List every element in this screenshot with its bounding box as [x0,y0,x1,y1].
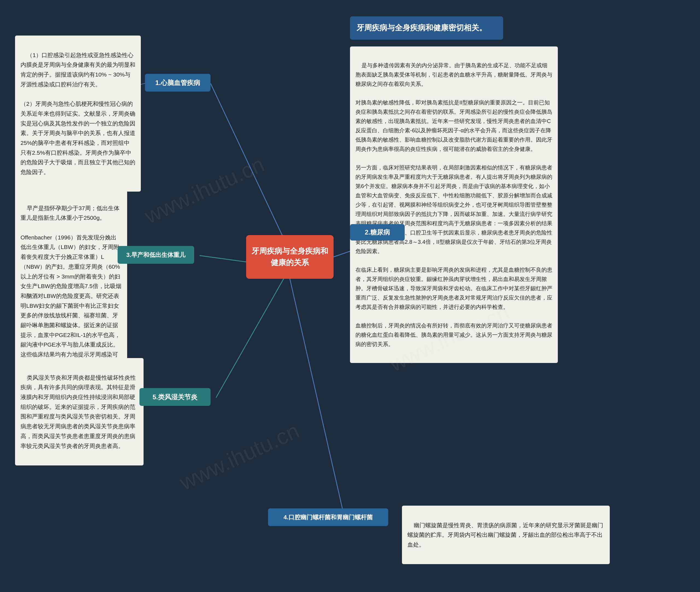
svg-line-4 [216,268,290,398]
canvas: 牙周疾病与全身疾病和健康密切相关。 牙周疾病与全身疾病和健康的关系 1.心脑血管… [0,0,700,592]
text-heart: （1）口腔感染引起急性或亚急性感染性心内膜炎是牙周病与全身健康有关的最为明显和肯… [15,36,141,192]
title-box: 牙周疾病与全身疾病和健康密切相关。 [350,16,503,40]
svg-line-0 [211,83,290,251]
center-node: 牙周疾病与全身疾病和健康的关系 [246,235,334,279]
branch-hp: 4.口腔幽门螺杆菌和胃幽门螺杆菌 [268,508,388,526]
text-ra: 类风湿关节炎和牙周炎都是慢性破坏性炎性疾病，具有许多共同的病理表现。其特征是滑液… [15,358,144,465]
branch-heart: 1.心脑血管疾病 [145,74,211,92]
branch-diabetes: 2.糖尿病 [350,224,405,241]
branch-preterm: 3.早产和低出生体重儿 [118,246,194,264]
branch-ra: 5.类风湿关节炎 [139,388,211,406]
text-diabetes: 是与多种遗传因素有关的内分泌异常。由于胰岛素的生成不足、功能不足或细胞表面缺乏胰… [350,46,558,363]
svg-line-3 [290,279,344,518]
text-hp: 幽门螺旋菌是慢性胃炎、胃溃疡的病原菌，近年来的研究显示牙菌斑是幽门螺旋菌的贮库。… [402,506,610,564]
